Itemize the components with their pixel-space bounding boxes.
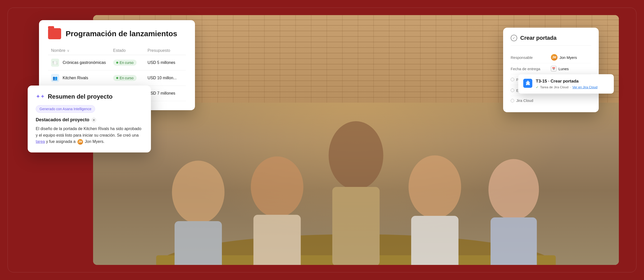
create-portada-card: ✓ Crear portada Responsable JM Jon Myers… (503, 28, 599, 112)
project-name-cell-2: 👥 Kitchen Rivals (48, 70, 110, 86)
summary-header: ✦✦ Resumen del proyecto (36, 93, 143, 100)
status-badge-2: En curso (113, 75, 137, 81)
jira-task-card: T3-15 · Crear portada ✓ Tarea de Jira Cl… (518, 74, 614, 94)
summary-text: El diseño de la portada de Kitchen Rival… (36, 126, 143, 145)
create-header: ✓ Crear portada (511, 35, 591, 46)
radio-jira-cloud[interactable] (511, 99, 514, 102)
status-badge-1: En curso (113, 60, 137, 66)
fecha-label: Fecha de entrega (511, 67, 551, 71)
status-dot-2 (116, 77, 118, 79)
project-budget-1: USD 5 millones (145, 55, 186, 70)
responsable-value: JM Jon Myers (551, 54, 577, 61)
summary-title: Resumen del proyecto (48, 93, 112, 100)
calendar-icon: 📅 (551, 66, 556, 71)
jira-view-link[interactable]: Ver en Jira Cloud (572, 85, 597, 89)
col-header-status: Estado (110, 46, 145, 55)
launch-title: Programación de lanzamientos (66, 29, 177, 38)
jira-cloud-label: Jira Cloud (516, 98, 533, 103)
project-icon-1: 🍽️ (51, 59, 59, 67)
sort-icon[interactable]: ∨ (67, 49, 69, 53)
radio-prioridad[interactable] (511, 78, 514, 81)
jira-meta: ✓ Tarea de Jira Cloud · Ver en Jira Clou… (536, 85, 609, 89)
fecha-value: 📅 Lunes (551, 66, 569, 71)
create-title: Crear portada (520, 35, 556, 41)
project-budget-2: USD 10 millon... (145, 70, 186, 86)
responsable-row: Responsable JM Jon Myers (511, 52, 591, 63)
jira-card-content: T3-15 · Crear portada ✓ Tarea de Jira Cl… (536, 79, 609, 89)
jira-check-icon: ✓ (536, 85, 539, 89)
tarea-link[interactable]: tarea (36, 139, 45, 144)
highlights-title: Destacados del proyecto + (36, 117, 143, 123)
ai-badge: Generado con Asana Intelligence (36, 105, 95, 113)
highlights-plus-icon[interactable]: + (91, 117, 96, 123)
jira-task-title: T3-15 · Crear portada (536, 79, 609, 84)
launch-card-header: Programación de lanzamientos (48, 28, 186, 39)
project-icon-2: 👥 (51, 74, 59, 82)
jira-cloud-row: Jira Cloud (511, 96, 591, 105)
check-circle-icon: ✓ (511, 35, 517, 41)
project-status-2: En curso (110, 70, 145, 86)
fecha-entrega-row: Fecha de entrega 📅 Lunes (511, 63, 591, 74)
sparkle-icon: ✦✦ (36, 93, 45, 100)
project-name-cell-1: 🍽️ Crónicas gastronómicas (48, 55, 110, 70)
background: Programación de lanzamientos Nombre ∨ Es… (0, 0, 644, 280)
summary-card: ✦✦ Resumen del proyecto Generado con Asa… (28, 86, 151, 152)
responsable-label: Responsable (511, 55, 551, 60)
col-header-budget: Presupuesto (145, 46, 186, 55)
jon-myers-avatar-small: JM (77, 139, 83, 145)
jira-logo-icon (523, 79, 532, 88)
folder-icon (48, 28, 61, 39)
col-header-name: Nombre ∨ (48, 46, 110, 55)
table-row: 👥 Kitchen Rivals En curso USD 10 millon.… (48, 70, 186, 86)
cards-wrapper: Programación de lanzamientos Nombre ∨ Es… (0, 0, 644, 280)
table-row: 🍽️ Crónicas gastronómicas En curso USD 5… (48, 55, 186, 70)
radio-estado[interactable] (511, 89, 514, 92)
jon-myers-avatar: JM (551, 54, 557, 61)
project-status-1: En curso (110, 55, 145, 70)
status-dot-1 (116, 62, 118, 64)
